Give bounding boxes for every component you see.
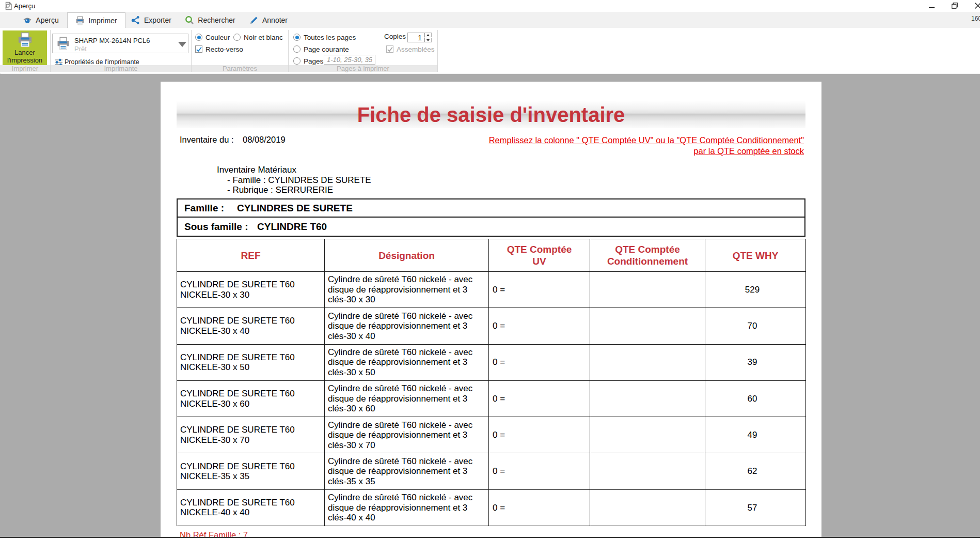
copies-label: Copies: [384, 33, 406, 40]
cell-designation: Cylindre de sûreté T60 nickelé - avec di…: [325, 344, 489, 380]
chevron-down-icon[interactable]: [178, 42, 186, 47]
launch-print-label: Lancer l'impression: [7, 49, 42, 64]
tab-exporter[interactable]: Exporter: [127, 12, 176, 28]
collated-checkbox[interactable]: [386, 45, 393, 53]
tab-apercu[interactable]: Aperçu: [17, 12, 65, 28]
all-pages-radio-label: Toutes les pages: [304, 34, 356, 41]
launch-print-button[interactable]: Lancer l'impression: [3, 30, 47, 65]
tab-annoter[interactable]: Annoter: [245, 12, 292, 28]
current-page-radio-row: Page courante: [293, 45, 349, 53]
table-row: CYLINDRE DE SURETE T60 NICKELE-30 x 30 C…: [177, 272, 806, 308]
copies-spinner: [424, 33, 432, 42]
color-radio-label: Couleur: [206, 34, 230, 41]
group-label-imprimante: Imprimante: [51, 65, 191, 72]
cell-designation: Cylindre de sûreté T60 nickelé - avec di…: [325, 453, 489, 489]
cell-qte-why: 49: [705, 417, 806, 453]
header-ref: REF: [177, 239, 325, 272]
triangle-up-icon: [426, 34, 430, 36]
printer-icon: [75, 16, 85, 25]
header-designation: Désignation: [325, 239, 489, 272]
group-label-pages: Pages à imprimer: [289, 65, 437, 72]
current-page-radio[interactable]: [293, 45, 301, 53]
combo-printer-icon: [56, 36, 70, 51]
pages-range-input[interactable]: [324, 55, 375, 65]
sous-famille-box: Sous famille : CYLINDRE T60: [177, 218, 805, 237]
current-page-radio-label: Page courante: [304, 45, 349, 53]
sous-famille-label: Sous famille :: [184, 221, 248, 233]
cell-qte-uv: 0 =: [489, 344, 590, 380]
pages-radio[interactable]: [293, 57, 301, 65]
inventory-date-label: Inventaire du :: [180, 135, 234, 145]
header-qte-cond: QTE Comptée Conditionnement: [590, 239, 705, 272]
famille-label: Famille :: [184, 203, 224, 214]
spinner-up-button[interactable]: [424, 33, 432, 37]
tab-imprimer-label: Imprimer: [88, 17, 117, 25]
cell-ref: CYLINDRE DE SURETE T60 NICKELE-35 x 35: [177, 453, 325, 489]
cell-designation: Cylindre de sûreté T60 nickelé - avec di…: [325, 380, 489, 417]
cell-ref: CYLINDRE DE SURETE T60 NICKELE-30 x 40: [177, 308, 325, 344]
cell-qte-cond: [590, 417, 705, 453]
printer-name: SHARP MX-2614N PCL6: [74, 37, 150, 44]
inventory-info-line: - Rubrique : SERRURERIE: [227, 185, 333, 195]
spinner-down-button[interactable]: [424, 38, 432, 42]
cell-ref: CYLINDRE DE SURETE T60 NICKELE-30 x 70: [177, 417, 325, 453]
pencil-icon: [249, 16, 259, 25]
inventory-date-value: 08/08/2019: [243, 135, 286, 145]
cell-ref: CYLINDRE DE SURETE T60 NICKELE-30 x 50: [177, 344, 325, 380]
tab-rechercher[interactable]: Rechercher: [181, 12, 239, 28]
header-qte-uv: QTE Comptée UV: [489, 239, 590, 272]
table-row: CYLINDRE DE SURETE T60 NICKELE-30 x 50 C…: [177, 344, 806, 380]
all-pages-radio[interactable]: [293, 34, 301, 41]
cell-qte-uv: 0 =: [489, 380, 590, 417]
document-title: Fiche de saisie d'inventaire: [177, 101, 805, 128]
bw-radio-row: Noir et blanc: [233, 33, 283, 41]
share-icon: [131, 16, 140, 25]
pages-radio-row: Pages: [293, 57, 323, 65]
cell-qte-cond: [590, 308, 705, 344]
tab-imprimer[interactable]: Imprimer: [67, 12, 125, 28]
inventory-info-line: - Famille : CYLINDRES DE SURETE: [227, 175, 371, 186]
cell-qte-cond: [590, 489, 705, 526]
cell-designation: Cylindre de sûreté T60 nickelé - avec di…: [325, 417, 489, 453]
cell-qte-uv: 0 =: [489, 272, 590, 308]
app-preview-icon: [5, 2, 12, 10]
black-white-radio[interactable]: [233, 34, 241, 41]
header-qte-why: QTE WHY: [705, 239, 806, 272]
black-white-radio-label: Noir et blanc: [244, 34, 283, 41]
table-header-row: REF Désignation QTE Comptée UV QTE Compt…: [177, 239, 806, 272]
cell-qte-why: 62: [705, 453, 806, 489]
tab-apercu-label: Aperçu: [36, 16, 58, 24]
cell-qte-cond: [590, 380, 705, 417]
duplex-checkbox-label: Recto-verso: [206, 45, 243, 53]
printer-select[interactable]: SHARP MX-2614N PCL6 Prêt: [52, 34, 188, 53]
group-label-parametres: Paramètres: [192, 65, 288, 72]
inventory-info-line: Inventaire Matériaux: [217, 165, 296, 175]
cell-designation: Cylindre de sûreté T60 nickelé - avec di…: [325, 272, 489, 308]
minimize-button[interactable]: [924, 0, 939, 11]
color-radio[interactable]: [195, 34, 202, 41]
close-icon[interactable]: [970, 0, 980, 11]
group-separator: [437, 30, 438, 72]
table-row: CYLINDRE DE SURETE T60 NICKELE-40 x 40 C…: [177, 489, 806, 526]
cell-qte-why: 57: [705, 489, 806, 526]
tab-rechercher-label: Rechercher: [198, 16, 235, 24]
cell-qte-uv: 0 =: [489, 308, 590, 344]
cell-qte-uv: 0 =: [489, 453, 590, 489]
collated-checkbox-row: Assemblées: [386, 45, 435, 53]
duplex-checkbox[interactable]: [195, 45, 202, 53]
sous-famille-value: CYLINDRE T60: [257, 221, 327, 233]
collated-checkbox-label: Assemblées: [397, 45, 435, 53]
cell-qte-why: 529: [705, 272, 806, 308]
cell-designation: Cylindre de sûreté T60 nickelé - avec di…: [325, 489, 489, 526]
famille-box: Famille : CYLINDRES DE SURETE: [177, 198, 805, 218]
cell-ref: CYLINDRE DE SURETE T60 NICKELE-40 x 40: [177, 489, 325, 526]
cell-ref: CYLINDRE DE SURETE T60 NICKELE-30 x 30: [177, 272, 325, 308]
copies-input[interactable]: [407, 33, 424, 42]
restore-button[interactable]: [947, 0, 962, 11]
launch-printer-icon: [17, 32, 33, 48]
cell-qte-cond: [590, 272, 705, 308]
inventory-table: REF Désignation QTE Comptée UV QTE Compt…: [177, 239, 806, 526]
preview-area[interactable]: Fiche de saisie d'inventaire Inventaire …: [0, 74, 980, 538]
title-bar: Aperçu: [0, 0, 980, 12]
cell-qte-why: 60: [705, 380, 806, 417]
